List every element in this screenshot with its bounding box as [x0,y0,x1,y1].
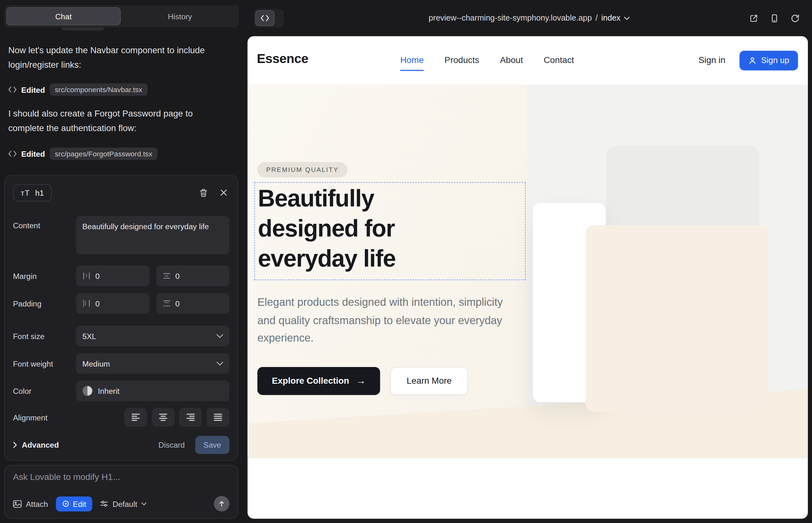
advanced-label: Advanced [22,440,59,449]
nav-link-products[interactable]: Products [445,55,479,66]
send-button[interactable] [214,496,229,511]
padding-vertical-icon [162,299,171,307]
url-separator: / [595,14,598,23]
font-weight-select[interactable]: Medium [76,353,229,374]
align-center-button[interactable] [152,408,175,427]
chat-message: Now let's update the Navbar component to… [8,43,223,72]
trash-icon [199,188,208,197]
selection-outline: Beautifully designed for everyday life [254,182,526,280]
delete-element-button[interactable] [199,188,208,197]
align-left-icon [130,413,141,422]
tab-chat[interactable]: Chat [6,7,121,25]
margin-y-value: 0 [175,272,180,281]
nav-link-about[interactable]: About [500,55,523,66]
content-textarea[interactable]: Beautifully designed for everyday life [76,216,229,254]
nav-link-contact[interactable]: Contact [544,55,574,66]
color-value: Inherit [98,386,119,395]
margin-x-input[interactable]: 0 [76,266,149,286]
preview-pane: preview--charming-site-symphony.lovable.… [246,0,812,523]
arrow-up-icon [218,500,225,507]
sign-up-button[interactable]: Sign up [740,50,798,70]
attach-label: Attach [26,499,48,508]
hero-cta-group: Explore Collection → Learn More [258,367,468,395]
site-logo[interactable]: Essence [257,51,308,66]
site-nav-actions: Sign in Sign up [698,36,798,84]
preview-path: index [601,14,621,23]
padding-x-input[interactable]: 0 [76,293,149,314]
chevron-down-icon [217,361,223,365]
padding-label: Padding [13,299,76,308]
align-right-button[interactable] [179,408,202,427]
margin-vertical-icon [162,272,171,280]
inspector-header: тT h1 [13,183,230,202]
hero-subtext: Elegant products designed with intention… [258,293,516,347]
url-bar[interactable]: preview--charming-site-symphony.lovable.… [246,0,812,36]
chevron-right-icon [13,441,17,448]
align-justify-icon [213,413,223,422]
edit-row: Edited src/components/Navbar.tsx [8,83,147,96]
image-icon [13,500,22,508]
attach-button[interactable]: Attach [13,499,48,508]
margin-y-input[interactable]: 0 [156,266,229,286]
selected-tag: h1 [35,188,44,197]
alignment-label: Alignment [13,413,76,422]
panel-tabbar: Chat History [4,5,239,27]
padding-y-input[interactable]: 0 [156,293,229,314]
font-size-label: Font size [13,331,76,340]
edit-mode-label: Edit [73,499,86,508]
align-center-icon [158,413,169,422]
align-justify-button[interactable] [207,408,229,427]
site-navbar: Essence Home Products About Contact Sign… [248,36,808,84]
decorative-cream-card [586,225,768,412]
learn-more-button[interactable]: Learn More [390,367,468,395]
edit-row: Edited src/pages/ForgotPassword.tsx [8,147,157,161]
selected-element-pill[interactable]: тT h1 [13,184,52,201]
element-inspector: тT h1 Content [4,175,238,461]
chat-composer: Attach Edit Default [4,465,238,519]
nav-link-home[interactable]: Home [400,55,424,66]
site-nav-links: Home Products About Contact [400,36,574,84]
margin-x-value: 0 [95,272,100,281]
file-badge[interactable]: src/components/Navbar.tsx [50,83,147,96]
font-weight-value: Medium [82,359,110,368]
font-weight-label: Font weight [13,359,76,368]
close-inspector-button[interactable] [220,189,227,196]
tab-history[interactable]: History [123,7,237,25]
edited-label: Edited [21,85,45,94]
chat-input[interactable] [13,472,230,483]
chevron-down-icon [141,502,146,505]
discard-button[interactable]: Discard [158,440,184,449]
close-icon [220,189,227,196]
quality-badge: PREMIUM QUALITY [258,162,348,178]
lovable-app: Chat History Now let's update the Navbar… [0,0,812,523]
margin-label: Margin [13,272,76,281]
code-icon [8,86,16,93]
color-select[interactable]: Inherit [76,381,229,401]
sliders-icon [100,500,108,507]
hero-headline[interactable]: Beautifully designed for everyday life [258,183,439,273]
explore-collection-label: Explore Collection [272,376,349,386]
edit-mode-button[interactable]: Edit [56,496,92,511]
model-selector-label: Default [112,499,137,508]
chat-panel: Chat History Now let's update the Navbar… [0,0,246,523]
user-icon [748,56,756,64]
preview-url: preview--charming-site-symphony.lovable.… [429,14,592,23]
advanced-toggle[interactable]: Advanced [13,440,59,449]
explore-collection-button[interactable]: Explore Collection → [258,367,380,395]
padding-horizontal-icon [82,299,91,307]
font-size-value: 5XL [82,331,96,340]
save-button[interactable]: Save [195,436,229,454]
alignment-buttons [76,408,229,427]
chevron-down-icon [624,16,630,20]
site-preview: Essence Home Products About Contact Sign… [248,36,808,519]
edited-label: Edited [21,149,45,158]
file-badge[interactable]: src/pages/ForgotPassword.tsx [50,147,158,160]
model-selector[interactable]: Default [100,499,146,508]
sign-in-link[interactable]: Sign in [698,55,725,66]
align-left-button[interactable] [124,408,147,427]
font-size-select[interactable]: 5XL [76,326,229,346]
code-icon [8,151,16,157]
chevron-down-icon [217,334,223,338]
sign-up-label: Sign up [761,56,789,65]
target-icon [62,500,69,507]
